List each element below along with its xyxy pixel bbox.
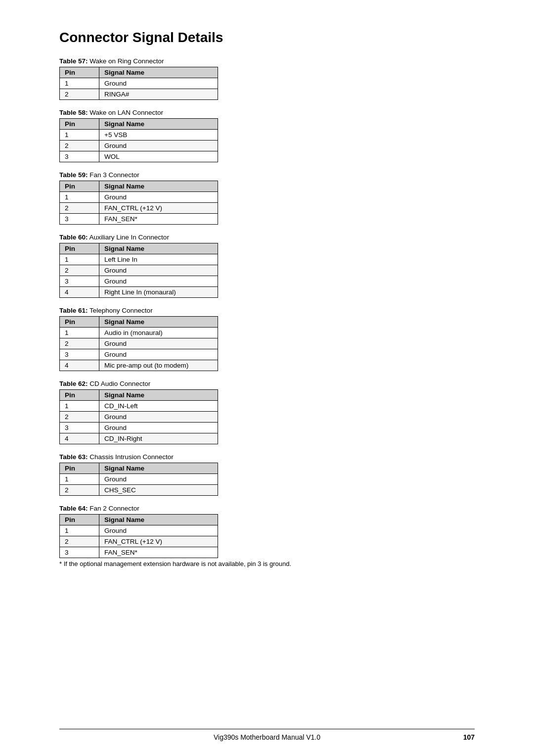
- footnote-table64: * If the optional management extension h…: [59, 560, 475, 567]
- caption-table57: Table 57: Wake on Ring Connector: [59, 57, 475, 65]
- pin-cell: 4: [60, 287, 99, 298]
- signal-cell: Ground: [99, 423, 218, 433]
- header-pin: Pin: [60, 67, 99, 78]
- signal-cell: Ground: [99, 474, 218, 485]
- signal-cell: Ground: [99, 276, 218, 287]
- pin-cell: 1: [60, 328, 99, 338]
- header-pin: Pin: [60, 119, 99, 130]
- table-row: 4Right Line In (monaural): [60, 287, 218, 298]
- table-row: 3WOL: [60, 151, 218, 162]
- footer-manual-title: Vig390s Motherboard Manual V1.0: [59, 733, 475, 741]
- table-row: 2Ground: [60, 412, 218, 423]
- table-table57: PinSignal Name1Ground2RINGA#: [59, 67, 218, 100]
- caption-table58: Table 58: Wake on LAN Connector: [59, 109, 475, 116]
- section-table64: Table 64: Fan 2 ConnectorPinSignal Name1…: [59, 505, 475, 567]
- caption-table60: Table 60: Auxiliary Line In Connector: [59, 234, 475, 241]
- pin-cell: 2: [60, 265, 99, 276]
- table-table62: PinSignal Name1CD_IN-Left2Ground3Ground4…: [59, 389, 218, 444]
- header-pin: Pin: [60, 317, 99, 328]
- table-table64: PinSignal Name1Ground2FAN_CTRL (+12 V)3F…: [59, 514, 218, 558]
- pin-cell: 1: [60, 474, 99, 485]
- table-row: 2FAN_CTRL (+12 V): [60, 536, 218, 547]
- pin-cell: 2: [60, 338, 99, 349]
- signal-cell: Ground: [99, 192, 218, 203]
- pin-cell: 3: [60, 547, 99, 558]
- page-title: Connector Signal Details: [59, 30, 475, 46]
- section-table57: Table 57: Wake on Ring ConnectorPinSigna…: [59, 57, 475, 100]
- table-row: 2CHS_SEC: [60, 485, 218, 496]
- table-table60: PinSignal Name1Left Line In2Ground3Groun…: [59, 243, 218, 298]
- footer-page-number: 107: [463, 733, 475, 741]
- table-row: 3Ground: [60, 349, 218, 360]
- header-signal: Signal Name: [99, 243, 218, 254]
- table-row: 1CD_IN-Left: [60, 401, 218, 412]
- pin-cell: 1: [60, 192, 99, 203]
- signal-cell: Right Line In (monaural): [99, 287, 218, 298]
- pin-cell: 3: [60, 276, 99, 287]
- section-table63: Table 63: Chassis Intrusion ConnectorPin…: [59, 453, 475, 496]
- caption-table64: Table 64: Fan 2 Connector: [59, 505, 475, 512]
- header-signal: Signal Name: [99, 515, 218, 525]
- section-table61: Table 61: Telephony ConnectorPinSignal N…: [59, 307, 475, 371]
- pin-cell: 3: [60, 423, 99, 433]
- pin-cell: 2: [60, 203, 99, 214]
- table-table61: PinSignal Name1Audio in (monaural)2Groun…: [59, 316, 218, 371]
- table-row: 1Audio in (monaural): [60, 328, 218, 338]
- pin-cell: 2: [60, 412, 99, 423]
- pin-cell: 4: [60, 360, 99, 371]
- pin-cell: 1: [60, 254, 99, 265]
- section-table60: Table 60: Auxiliary Line In ConnectorPin…: [59, 234, 475, 298]
- table-row: 1Ground: [60, 78, 218, 89]
- table-row: 2Ground: [60, 265, 218, 276]
- page-container: Connector Signal Details Table 57: Wake …: [0, 0, 534, 756]
- header-pin: Pin: [60, 515, 99, 525]
- signal-cell: RINGA#: [99, 89, 218, 100]
- header-pin: Pin: [60, 243, 99, 254]
- table-row: 3Ground: [60, 276, 218, 287]
- table-row: 3FAN_SEN*: [60, 214, 218, 225]
- header-signal: Signal Name: [99, 181, 218, 192]
- table-row: 2Ground: [60, 141, 218, 151]
- signal-cell: Left Line In: [99, 254, 218, 265]
- pin-cell: 4: [60, 433, 99, 444]
- signal-cell: CHS_SEC: [99, 485, 218, 496]
- signal-cell: Ground: [99, 349, 218, 360]
- table-table58: PinSignal Name1+5 VSB2Ground3WOL: [59, 118, 218, 162]
- table-row: 4Mic pre-amp out (to modem): [60, 360, 218, 371]
- pin-cell: 2: [60, 485, 99, 496]
- signal-cell: CD_IN-Right: [99, 433, 218, 444]
- pin-cell: 1: [60, 525, 99, 536]
- signal-cell: Ground: [99, 525, 218, 536]
- pin-cell: 2: [60, 536, 99, 547]
- signal-cell: FAN_SEN*: [99, 547, 218, 558]
- signal-cell: Mic pre-amp out (to modem): [99, 360, 218, 371]
- header-signal: Signal Name: [99, 119, 218, 130]
- section-table59: Table 59: Fan 3 ConnectorPinSignal Name1…: [59, 171, 475, 225]
- table-row: 4CD_IN-Right: [60, 433, 218, 444]
- header-pin: Pin: [60, 181, 99, 192]
- caption-table61: Table 61: Telephony Connector: [59, 307, 475, 314]
- signal-cell: +5 VSB: [99, 130, 218, 141]
- pin-cell: 3: [60, 214, 99, 225]
- signal-cell: CD_IN-Left: [99, 401, 218, 412]
- table-row: 1Ground: [60, 474, 218, 485]
- signal-cell: WOL: [99, 151, 218, 162]
- pin-cell: 1: [60, 130, 99, 141]
- table-row: 2FAN_CTRL (+12 V): [60, 203, 218, 214]
- table-table63: PinSignal Name1Ground2CHS_SEC: [59, 463, 218, 496]
- signal-cell: FAN_CTRL (+12 V): [99, 203, 218, 214]
- pin-cell: 3: [60, 349, 99, 360]
- signal-cell: FAN_SEN*: [99, 214, 218, 225]
- header-pin: Pin: [60, 390, 99, 401]
- table-row: 1Ground: [60, 525, 218, 536]
- header-pin: Pin: [60, 463, 99, 474]
- pin-cell: 2: [60, 141, 99, 151]
- signal-cell: Ground: [99, 265, 218, 276]
- section-table62: Table 62: CD Audio ConnectorPinSignal Na…: [59, 380, 475, 444]
- table-row: 3FAN_SEN*: [60, 547, 218, 558]
- header-signal: Signal Name: [99, 390, 218, 401]
- table-row: 3Ground: [60, 423, 218, 433]
- tables-container: Table 57: Wake on Ring ConnectorPinSigna…: [59, 57, 475, 567]
- signal-cell: Audio in (monaural): [99, 328, 218, 338]
- table-row: 2RINGA#: [60, 89, 218, 100]
